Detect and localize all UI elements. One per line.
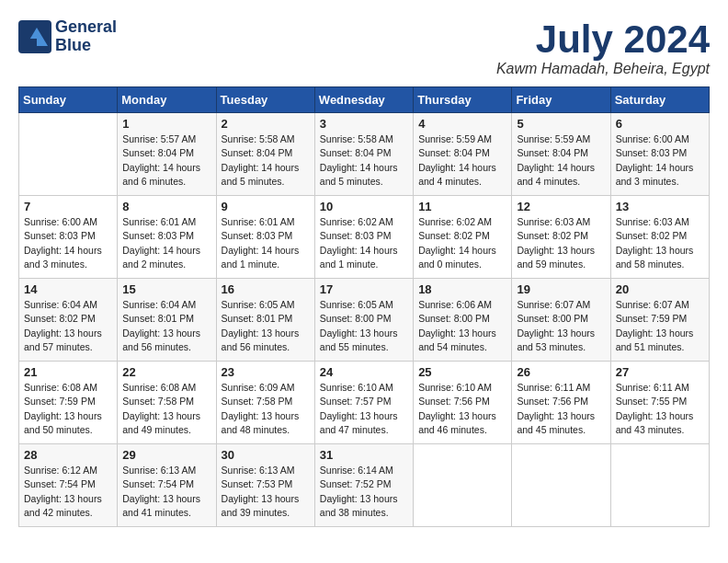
day-number: 17 (320, 282, 408, 296)
day-number: 30 (222, 448, 310, 462)
day-info: Sunrise: 6:02 AMSunset: 8:03 PMDaylight:… (320, 215, 408, 271)
page-header: General Blue July 2024 Kawm Hamadah, Beh… (18, 18, 710, 77)
sunrise-text: Sunrise: 6:08 AM (122, 381, 210, 395)
sunrise-text: Sunrise: 6:04 AM (24, 298, 112, 312)
daylight-text: Daylight: 13 hours (320, 409, 408, 423)
daylight-text: and 46 minutes. (418, 423, 506, 437)
sunset-text: Sunset: 8:03 PM (122, 229, 210, 243)
sunset-text: Sunset: 8:02 PM (24, 312, 112, 326)
sunset-text: Sunset: 8:03 PM (24, 229, 112, 243)
sunrise-text: Sunrise: 6:07 AM (616, 298, 704, 312)
sunset-text: Sunset: 7:59 PM (24, 395, 112, 408)
sunrise-text: Sunrise: 6:01 AM (122, 215, 210, 229)
calendar-table: SundayMondayTuesdayWednesdayThursdayFrid… (18, 86, 710, 527)
daylight-text: and 1 minute. (222, 258, 310, 271)
sunset-text: Sunset: 8:04 PM (320, 146, 408, 160)
day-info: Sunrise: 5:58 AMSunset: 8:04 PMDaylight:… (222, 132, 310, 189)
daylight-text: Daylight: 13 hours (24, 492, 112, 506)
day-number: 1 (122, 117, 210, 131)
sunset-text: Sunset: 7:59 PM (616, 312, 704, 326)
daylight-text: and 47 minutes. (320, 423, 408, 437)
header-cell-thursday: Thursday (414, 87, 512, 113)
day-info: Sunrise: 6:11 AMSunset: 7:56 PMDaylight:… (517, 381, 605, 437)
day-number: 7 (24, 200, 112, 213)
sunrise-text: Sunrise: 5:58 AM (320, 132, 408, 146)
day-cell: 13Sunrise: 6:03 AMSunset: 8:02 PMDayligh… (610, 196, 709, 279)
day-number: 20 (616, 282, 704, 296)
daylight-text: and 43 minutes. (616, 423, 704, 437)
daylight-text: and 59 minutes. (517, 258, 605, 271)
daylight-text: Daylight: 14 hours (222, 244, 310, 258)
sunset-text: Sunset: 7:53 PM (222, 477, 310, 491)
sunset-text: Sunset: 8:00 PM (320, 312, 408, 326)
day-number: 14 (24, 282, 112, 296)
sunrise-text: Sunrise: 6:02 AM (418, 215, 506, 229)
sunset-text: Sunset: 7:56 PM (517, 395, 605, 408)
day-number: 27 (616, 365, 704, 379)
sunrise-text: Sunrise: 6:14 AM (320, 464, 408, 477)
month-title: July 2024 (496, 18, 710, 61)
header-cell-monday: Monday (118, 87, 216, 113)
daylight-text: Daylight: 14 hours (320, 244, 408, 258)
day-number: 31 (320, 448, 408, 462)
sunset-text: Sunset: 8:01 PM (122, 312, 210, 326)
daylight-text: Daylight: 14 hours (616, 161, 704, 175)
daylight-text: and 39 minutes. (222, 506, 310, 520)
daylight-text: Daylight: 14 hours (24, 244, 112, 258)
sunset-text: Sunset: 7:52 PM (320, 477, 408, 491)
sunset-text: Sunset: 7:55 PM (616, 395, 704, 408)
sunrise-text: Sunrise: 6:00 AM (24, 215, 112, 229)
daylight-text: and 51 minutes. (616, 340, 704, 354)
header-cell-sunday: Sunday (19, 87, 118, 113)
day-info: Sunrise: 6:06 AMSunset: 8:00 PMDaylight:… (418, 298, 506, 354)
sunrise-text: Sunrise: 6:05 AM (320, 298, 408, 312)
daylight-text: Daylight: 13 hours (24, 327, 112, 340)
day-info: Sunrise: 6:11 AMSunset: 7:55 PMDaylight:… (616, 381, 704, 437)
daylight-text: and 4 minutes. (418, 175, 506, 189)
daylight-text: and 58 minutes. (616, 258, 704, 271)
daylight-text: and 5 minutes. (320, 175, 408, 189)
day-cell: 21Sunrise: 6:08 AMSunset: 7:59 PMDayligh… (19, 362, 118, 444)
location: Kawm Hamadah, Beheira, Egypt (496, 61, 710, 77)
day-number: 5 (517, 117, 605, 131)
daylight-text: Daylight: 13 hours (122, 492, 210, 506)
day-info: Sunrise: 6:07 AMSunset: 8:00 PMDaylight:… (517, 298, 605, 354)
day-number: 9 (222, 200, 310, 213)
day-number: 22 (122, 365, 210, 379)
day-cell: 31Sunrise: 6:14 AMSunset: 7:52 PMDayligh… (314, 444, 413, 527)
day-cell: 5Sunrise: 5:59 AMSunset: 8:04 PMDaylight… (512, 113, 610, 196)
daylight-text: and 42 minutes. (24, 506, 112, 520)
sunset-text: Sunset: 7:54 PM (24, 477, 112, 491)
daylight-text: Daylight: 13 hours (616, 244, 704, 258)
day-cell: 20Sunrise: 6:07 AMSunset: 7:59 PMDayligh… (610, 279, 709, 362)
sunrise-text: Sunrise: 6:12 AM (24, 464, 112, 477)
sunrise-text: Sunrise: 5:57 AM (122, 132, 210, 146)
day-cell: 19Sunrise: 6:07 AMSunset: 8:00 PMDayligh… (512, 279, 610, 362)
daylight-text: Daylight: 13 hours (517, 409, 605, 423)
daylight-text: Daylight: 13 hours (616, 327, 704, 340)
sunset-text: Sunset: 8:03 PM (320, 229, 408, 243)
day-info: Sunrise: 5:58 AMSunset: 8:04 PMDaylight:… (320, 132, 408, 189)
day-info: Sunrise: 5:57 AMSunset: 8:04 PMDaylight:… (122, 132, 210, 189)
daylight-text: Daylight: 13 hours (122, 409, 210, 423)
day-info: Sunrise: 5:59 AMSunset: 8:04 PMDaylight:… (517, 132, 605, 189)
day-cell: 29Sunrise: 6:13 AMSunset: 7:54 PMDayligh… (118, 444, 216, 527)
title-block: July 2024 Kawm Hamadah, Beheira, Egypt (496, 18, 710, 77)
sunset-text: Sunset: 8:01 PM (222, 312, 310, 326)
daylight-text: Daylight: 13 hours (122, 327, 210, 340)
daylight-text: Daylight: 14 hours (418, 161, 506, 175)
daylight-text: Daylight: 14 hours (122, 244, 210, 258)
day-cell: 4Sunrise: 5:59 AMSunset: 8:04 PMDaylight… (414, 113, 512, 196)
day-number: 8 (122, 200, 210, 213)
daylight-text: Daylight: 13 hours (517, 327, 605, 340)
logo-icon (18, 20, 51, 53)
sunset-text: Sunset: 8:00 PM (418, 312, 506, 326)
daylight-text: and 0 minutes. (418, 258, 506, 271)
daylight-text: Daylight: 13 hours (320, 492, 408, 506)
day-cell: 22Sunrise: 6:08 AMSunset: 7:58 PMDayligh… (118, 362, 216, 444)
week-row-1: 1Sunrise: 5:57 AMSunset: 8:04 PMDaylight… (19, 113, 710, 196)
day-number: 26 (517, 365, 605, 379)
day-info: Sunrise: 6:13 AMSunset: 7:54 PMDaylight:… (122, 464, 210, 520)
day-number: 24 (320, 365, 408, 379)
sunrise-text: Sunrise: 6:03 AM (616, 215, 704, 229)
